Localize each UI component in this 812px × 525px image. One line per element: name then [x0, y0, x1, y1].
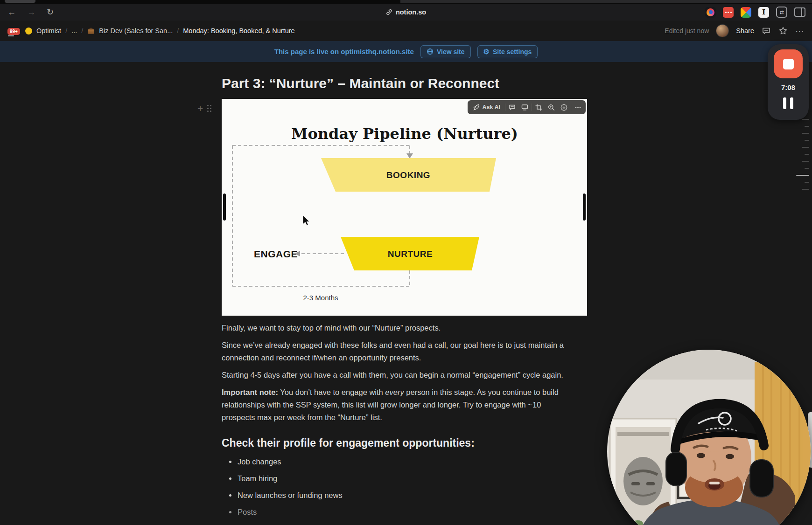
browser-toolbar: ← → ↻ notion.so I ⇄	[0, 4, 812, 21]
address-bar[interactable]: notion.so	[386, 4, 426, 21]
background-window-edge	[400, 0, 812, 3]
workspace-icon	[25, 28, 32, 35]
forward-icon[interactable]: →	[27, 8, 35, 16]
list-item: Posts	[222, 506, 575, 518]
edited-status: Edited just now	[665, 27, 709, 35]
stop-icon	[783, 59, 794, 69]
more-icon[interactable]	[572, 101, 584, 113]
briefcase-icon	[87, 28, 95, 35]
zoom-icon[interactable]	[545, 101, 558, 113]
add-block-button[interactable]: +	[197, 104, 203, 113]
screen: ← → ↻ notion.so I ⇄ 99+	[0, 0, 812, 525]
share-button[interactable]: Share	[736, 27, 754, 35]
extensions-area: I ⇄	[705, 4, 805, 21]
breadcrumb-current-page[interactable]: Monday: Booking, Booked, & Nurture	[183, 27, 294, 35]
url-text: notion.so	[396, 8, 426, 16]
comment-icon[interactable]	[506, 101, 518, 113]
webcam-overlay	[607, 350, 811, 525]
pause-recording-button[interactable]	[783, 97, 793, 109]
pinwheel-extension-icon[interactable]	[741, 7, 751, 18]
breadcrumb-separator: /	[177, 27, 179, 35]
bullet-icon	[229, 511, 231, 513]
swap-tabs-icon[interactable]: ⇄	[776, 7, 787, 18]
avatar[interactable]	[716, 25, 728, 37]
image-resize-handle-left[interactable]	[223, 193, 226, 221]
more-options-button[interactable]: ⋯	[795, 26, 805, 36]
page-title: Part 3: “Nurture” – Maintain or Reconnec…	[222, 75, 587, 92]
paragraph: Starting 4-5 days after you have a call …	[222, 369, 575, 381]
block-controls: +	[197, 104, 212, 113]
breadcrumb-workspace[interactable]: Optimist	[36, 27, 61, 35]
booking-label: BOOKING	[386, 170, 430, 180]
list-item: Team hiring	[222, 472, 575, 485]
ask-ai-label: Ask AI	[483, 104, 500, 111]
duration-label: 2-3 Months	[303, 294, 338, 302]
sidebar-icon	[8, 35, 14, 36]
bullet-icon	[229, 477, 231, 480]
important-note-label: Important note:	[222, 388, 278, 396]
breadcrumb-parent-page[interactable]: Biz Dev (Sales for San...	[99, 27, 173, 35]
ask-ai-button[interactable]: Ask AI	[469, 104, 504, 111]
breadcrumb: 99+ Optimist / ... / Biz Dev (Sales for …	[7, 27, 295, 35]
view-site-label: View site	[437, 48, 465, 55]
list-item: New launches or funding news	[222, 489, 575, 502]
background-window-tab	[5, 0, 35, 3]
outline-current-position	[796, 175, 809, 176]
breadcrumb-separator: /	[81, 27, 83, 35]
section-heading: Check their profile for engagement oppor…	[222, 436, 575, 450]
comments-icon[interactable]	[762, 26, 771, 35]
download-icon[interactable]	[558, 101, 570, 113]
list-item: Job changes	[222, 456, 575, 468]
back-icon[interactable]: ←	[7, 8, 16, 16]
diagram-title: Monday Pipeline (Nurture)	[291, 125, 518, 143]
engage-label: ENGAGE	[254, 249, 298, 259]
paragraph: Finally, we want to stay top of mind wit…	[222, 322, 575, 334]
article-text: Finally, we want to stay top of mind wit…	[222, 322, 575, 518]
bullet-icon	[229, 461, 231, 463]
site-live-banner: This page is live on optimisthq.notion.s…	[0, 41, 812, 62]
image-block[interactable]: + Ask AI	[222, 99, 587, 316]
reload-icon[interactable]: ↻	[47, 8, 54, 16]
fullscreen-preview-icon[interactable]	[518, 101, 531, 113]
view-site-button[interactable]: View site	[420, 45, 471, 58]
crop-icon[interactable]	[532, 101, 545, 113]
red-extension-icon[interactable]	[723, 7, 734, 18]
breadcrumb-collapsed[interactable]: ...	[71, 27, 77, 35]
outline-indicator[interactable]	[793, 119, 809, 196]
drag-handle[interactable]	[207, 105, 212, 112]
serif-i-extension-icon[interactable]: I	[758, 7, 769, 18]
split-view-icon[interactable]	[794, 7, 805, 17]
bullet-icon	[229, 494, 231, 497]
color-ring-extension-icon[interactable]	[705, 7, 716, 18]
ai-quill-icon	[473, 104, 480, 111]
favorite-star-icon[interactable]	[778, 26, 788, 35]
globe-icon	[427, 48, 434, 55]
gear-icon: ⚙	[483, 48, 490, 55]
image-toolbar: Ask AI	[468, 100, 586, 114]
paragraph: Since we’ve already engaged with these f…	[222, 339, 575, 364]
notion-header: 99+ Optimist / ... / Biz Dev (Sales for …	[0, 21, 812, 41]
recording-timer: 7:08	[781, 83, 795, 91]
banner-message: This page is live on optimisthq.notion.s…	[274, 48, 414, 55]
pipeline-diagram: Monday Pipeline (Nurture) BOOKING NURTUR…	[222, 99, 587, 316]
page-body: Part 3: “Nurture” – Maintain or Reconnec…	[222, 75, 587, 523]
sidebar-toggle[interactable]: 99+	[7, 27, 20, 35]
paragraph-important-note: Important note: You don’t have to engage…	[222, 386, 575, 424]
notification-badge: 99+	[7, 28, 20, 35]
nurture-label: NURTURE	[388, 249, 433, 259]
breadcrumb-separator: /	[65, 27, 67, 35]
site-settings-label: Site settings	[493, 48, 532, 55]
link-icon	[386, 9, 392, 15]
site-settings-button[interactable]: ⚙ Site settings	[477, 45, 538, 58]
window-top-strip	[0, 0, 812, 4]
stop-recording-button[interactable]	[774, 49, 803, 78]
recording-widget: 7:08	[768, 44, 809, 120]
image-resize-handle-right[interactable]	[583, 193, 586, 221]
bullet-list: Job changes Team hiring New launches or …	[222, 456, 575, 518]
